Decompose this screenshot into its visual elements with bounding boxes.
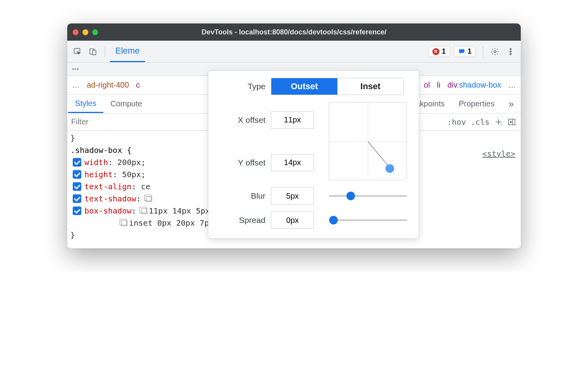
type-toggle: Outset Inset bbox=[271, 78, 404, 95]
blur-slider[interactable] bbox=[329, 195, 407, 197]
tab-styles[interactable]: Styles bbox=[68, 95, 103, 113]
bc-ellipsis[interactable]: … bbox=[72, 81, 80, 90]
bc-segment[interactable]: c bbox=[136, 81, 140, 90]
tab-elements[interactable]: Eleme bbox=[110, 41, 145, 62]
checkbox-icon[interactable] bbox=[73, 194, 81, 203]
slider-handle[interactable] bbox=[346, 192, 355, 200]
cls-toggle[interactable]: .cls bbox=[471, 117, 489, 127]
checkbox-icon[interactable] bbox=[73, 182, 81, 191]
blur-slider-wrap bbox=[322, 195, 410, 197]
svg-point-3 bbox=[494, 50, 496, 53]
settings-icon[interactable] bbox=[488, 45, 502, 59]
bc-segment[interactable]: ad-right-400 bbox=[87, 81, 129, 90]
spread-slider[interactable] bbox=[329, 219, 407, 221]
device-toggle-icon[interactable] bbox=[86, 45, 100, 59]
shadow-editor-icon[interactable] bbox=[121, 221, 127, 226]
titlebar: DevTools - localhost:8080/docs/devtools/… bbox=[67, 23, 521, 41]
checkbox-icon[interactable] bbox=[73, 158, 81, 167]
spread-label: Spread bbox=[208, 215, 271, 225]
xy-handle[interactable] bbox=[385, 164, 394, 173]
messages-badge[interactable]: 1 bbox=[454, 46, 476, 57]
separator bbox=[483, 46, 483, 57]
new-rule-icon[interactable] bbox=[494, 118, 503, 126]
tab-properties[interactable]: Properties bbox=[452, 95, 501, 113]
error-icon: ✕ bbox=[432, 48, 439, 55]
svg-point-5 bbox=[510, 51, 511, 52]
hov-toggle[interactable]: :hov bbox=[447, 117, 466, 127]
tab-computed[interactable]: Compute bbox=[103, 95, 149, 113]
close-icon[interactable] bbox=[73, 29, 79, 35]
window-title: DevTools - localhost:8080/docs/devtools/… bbox=[202, 28, 387, 36]
traffic-lights bbox=[73, 29, 98, 35]
tabs-overflow-icon[interactable]: » bbox=[502, 95, 521, 113]
svg-rect-2 bbox=[93, 50, 96, 55]
svg-point-6 bbox=[510, 53, 511, 54]
separator bbox=[105, 46, 105, 57]
panel-toggle-icon[interactable] bbox=[507, 118, 516, 126]
outset-button[interactable]: Outset bbox=[271, 78, 337, 95]
errors-badge[interactable]: ✕ 1 bbox=[428, 46, 450, 57]
bc-segment-selected[interactable]: div.shadow-box bbox=[448, 81, 502, 90]
checkbox-icon[interactable] bbox=[73, 206, 81, 215]
main-toolbar: Eleme ✕ 1 1 bbox=[67, 41, 521, 63]
spread-input[interactable]: 0px bbox=[271, 212, 314, 229]
bc-segment[interactable]: ol bbox=[424, 81, 430, 90]
y-offset-input[interactable]: 14px bbox=[271, 154, 314, 171]
svg-point-4 bbox=[510, 48, 511, 49]
kebab-menu-icon[interactable] bbox=[504, 45, 518, 59]
type-label: Type bbox=[208, 82, 271, 91]
errors-count: 1 bbox=[442, 47, 446, 56]
checkbox-icon[interactable] bbox=[73, 170, 81, 179]
blur-input[interactable]: 5px bbox=[271, 187, 314, 205]
bc-segment[interactable]: li bbox=[437, 81, 441, 90]
inspect-icon[interactable] bbox=[70, 45, 84, 59]
minimize-icon[interactable] bbox=[82, 29, 88, 35]
message-icon bbox=[458, 48, 465, 55]
x-offset-label: X offset bbox=[208, 115, 271, 125]
messages-count: 1 bbox=[468, 47, 471, 56]
blur-label: Blur bbox=[208, 191, 271, 201]
xy-pad[interactable] bbox=[329, 102, 407, 180]
devtools-window: DevTools - localhost:8080/docs/devtools/… bbox=[67, 23, 521, 248]
shadow-editor-icon[interactable] bbox=[141, 208, 147, 214]
x-offset-input[interactable]: 11px bbox=[271, 111, 314, 129]
bc-ellipsis[interactable]: … bbox=[508, 81, 516, 90]
y-offset-label: Y offset bbox=[208, 158, 271, 167]
shadow-editor-popover: Type Outset Inset X offset 11px Y offset… bbox=[208, 70, 419, 239]
filter-tools: :hov .cls bbox=[443, 117, 521, 127]
slider-handle[interactable] bbox=[329, 216, 338, 224]
shadow-editor-icon[interactable] bbox=[146, 196, 152, 202]
inset-button[interactable]: Inset bbox=[337, 78, 403, 95]
spread-slider-wrap bbox=[322, 219, 410, 221]
zoom-icon[interactable] bbox=[92, 29, 98, 35]
